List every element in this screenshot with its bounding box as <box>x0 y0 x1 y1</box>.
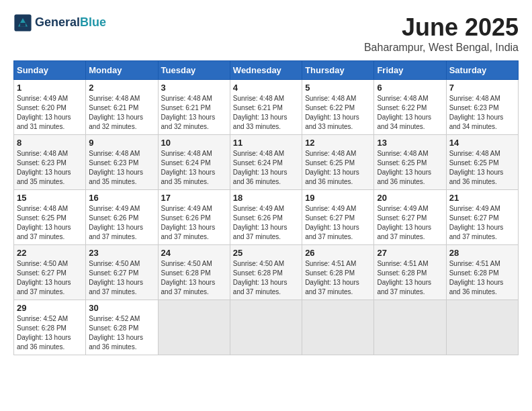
header-sunday: Sunday <box>14 61 86 80</box>
day-number: 26 <box>305 248 371 258</box>
day-number: 23 <box>89 248 154 258</box>
header-friday: Friday <box>374 61 446 80</box>
day-info: Sunrise: 4:51 AMSunset: 6:28 PMDaylight:… <box>449 260 504 295</box>
day-number: 17 <box>161 193 227 203</box>
day-cell: 20 Sunrise: 4:49 AMSunset: 6:27 PMDaylig… <box>374 190 446 245</box>
day-info: Sunrise: 4:48 AMSunset: 6:21 PMDaylight:… <box>161 95 216 130</box>
day-cell: 1 Sunrise: 4:49 AMSunset: 6:20 PMDayligh… <box>14 80 86 135</box>
day-number: 14 <box>449 138 515 148</box>
day-number: 8 <box>17 138 83 148</box>
day-number: 1 <box>17 83 83 93</box>
day-number: 5 <box>305 83 371 93</box>
day-number: 2 <box>89 83 154 93</box>
day-cell: 6 Sunrise: 4:48 AMSunset: 6:22 PMDayligh… <box>374 80 446 135</box>
day-number: 30 <box>89 303 154 313</box>
day-number: 9 <box>89 138 154 148</box>
week-row-2: 8 Sunrise: 4:48 AMSunset: 6:23 PMDayligh… <box>14 135 519 190</box>
day-info: Sunrise: 4:49 AMSunset: 6:26 PMDaylight:… <box>233 205 287 240</box>
day-cell: 10 Sunrise: 4:48 AMSunset: 6:24 PMDaylig… <box>158 135 230 190</box>
day-cell <box>230 300 302 355</box>
week-row-3: 15 Sunrise: 4:48 AMSunset: 6:25 PMDaylig… <box>14 190 519 245</box>
day-cell: 26 Sunrise: 4:51 AMSunset: 6:28 PMDaylig… <box>302 245 374 300</box>
day-number: 16 <box>89 193 154 203</box>
day-cell: 5 Sunrise: 4:48 AMSunset: 6:22 PMDayligh… <box>302 80 374 135</box>
day-info: Sunrise: 4:48 AMSunset: 6:23 PMDaylight:… <box>449 95 504 130</box>
day-number: 19 <box>305 193 371 203</box>
day-info: Sunrise: 4:48 AMSunset: 6:23 PMDaylight:… <box>89 150 143 185</box>
day-cell: 19 Sunrise: 4:49 AMSunset: 6:27 PMDaylig… <box>302 190 374 245</box>
day-info: Sunrise: 4:50 AMSunset: 6:27 PMDaylight:… <box>89 260 143 295</box>
day-cell: 2 Sunrise: 4:48 AMSunset: 6:21 PMDayligh… <box>86 80 158 135</box>
header-wednesday: Wednesday <box>230 61 302 80</box>
week-row-4: 22 Sunrise: 4:50 AMSunset: 6:27 PMDaylig… <box>14 245 519 300</box>
day-cell: 24 Sunrise: 4:50 AMSunset: 6:28 PMDaylig… <box>158 245 230 300</box>
day-info: Sunrise: 4:52 AMSunset: 6:28 PMDaylight:… <box>89 315 143 351</box>
day-info: Sunrise: 4:49 AMSunset: 6:27 PMDaylight:… <box>377 205 431 240</box>
day-cell: 4 Sunrise: 4:48 AMSunset: 6:21 PMDayligh… <box>230 80 302 135</box>
day-cell: 13 Sunrise: 4:48 AMSunset: 6:25 PMDaylig… <box>374 135 446 190</box>
day-cell: 8 Sunrise: 4:48 AMSunset: 6:23 PMDayligh… <box>14 135 86 190</box>
day-info: Sunrise: 4:49 AMSunset: 6:20 PMDaylight:… <box>17 95 71 130</box>
day-cell: 29 Sunrise: 4:52 AMSunset: 6:28 PMDaylig… <box>14 300 86 355</box>
day-cell: 16 Sunrise: 4:49 AMSunset: 6:26 PMDaylig… <box>86 190 158 245</box>
day-info: Sunrise: 4:48 AMSunset: 6:25 PMDaylight:… <box>377 150 431 185</box>
day-cell: 18 Sunrise: 4:49 AMSunset: 6:26 PMDaylig… <box>230 190 302 245</box>
day-cell: 22 Sunrise: 4:50 AMSunset: 6:27 PMDaylig… <box>14 245 86 300</box>
day-info: Sunrise: 4:48 AMSunset: 6:22 PMDaylight:… <box>305 95 359 130</box>
day-number: 25 <box>233 248 299 258</box>
day-number: 11 <box>233 138 299 148</box>
day-info: Sunrise: 4:48 AMSunset: 6:25 PMDaylight:… <box>17 205 71 240</box>
day-number: 12 <box>305 138 371 148</box>
day-cell: 25 Sunrise: 4:50 AMSunset: 6:28 PMDaylig… <box>230 245 302 300</box>
day-number: 20 <box>377 193 443 203</box>
day-cell: 17 Sunrise: 4:49 AMSunset: 6:26 PMDaylig… <box>158 190 230 245</box>
header-saturday: Saturday <box>446 61 518 80</box>
day-info: Sunrise: 4:48 AMSunset: 6:21 PMDaylight:… <box>89 95 143 130</box>
day-number: 6 <box>377 83 443 93</box>
day-info: Sunrise: 4:51 AMSunset: 6:28 PMDaylight:… <box>305 260 359 295</box>
logo: GeneralBlue <box>13 13 106 32</box>
day-number: 24 <box>161 248 227 258</box>
week-row-5: 29 Sunrise: 4:52 AMSunset: 6:28 PMDaylig… <box>14 300 519 355</box>
day-cell: 7 Sunrise: 4:48 AMSunset: 6:23 PMDayligh… <box>446 80 518 135</box>
day-info: Sunrise: 4:48 AMSunset: 6:22 PMDaylight:… <box>377 95 431 130</box>
day-info: Sunrise: 4:48 AMSunset: 6:24 PMDaylight:… <box>161 150 216 185</box>
day-cell: 21 Sunrise: 4:49 AMSunset: 6:27 PMDaylig… <box>446 190 518 245</box>
header-tuesday: Tuesday <box>158 61 230 80</box>
day-number: 22 <box>17 248 83 258</box>
day-info: Sunrise: 4:49 AMSunset: 6:27 PMDaylight:… <box>305 205 359 240</box>
day-number: 13 <box>377 138 443 148</box>
day-cell: 12 Sunrise: 4:48 AMSunset: 6:25 PMDaylig… <box>302 135 374 190</box>
day-cell: 23 Sunrise: 4:50 AMSunset: 6:27 PMDaylig… <box>86 245 158 300</box>
day-cell: 9 Sunrise: 4:48 AMSunset: 6:23 PMDayligh… <box>86 135 158 190</box>
day-number: 7 <box>449 83 515 93</box>
day-info: Sunrise: 4:48 AMSunset: 6:24 PMDaylight:… <box>233 150 287 185</box>
day-cell: 14 Sunrise: 4:48 AMSunset: 6:25 PMDaylig… <box>446 135 518 190</box>
day-info: Sunrise: 4:50 AMSunset: 6:28 PMDaylight:… <box>161 260 216 295</box>
day-cell: 27 Sunrise: 4:51 AMSunset: 6:28 PMDaylig… <box>374 245 446 300</box>
day-number: 27 <box>377 248 443 258</box>
day-cell <box>158 300 230 355</box>
day-cell: 28 Sunrise: 4:51 AMSunset: 6:28 PMDaylig… <box>446 245 518 300</box>
day-info: Sunrise: 4:50 AMSunset: 6:27 PMDaylight:… <box>17 260 71 295</box>
day-info: Sunrise: 4:52 AMSunset: 6:28 PMDaylight:… <box>17 315 71 351</box>
month-title: June 2025 <box>364 13 519 42</box>
day-cell <box>302 300 374 355</box>
day-number: 3 <box>161 83 227 93</box>
day-info: Sunrise: 4:50 AMSunset: 6:28 PMDaylight:… <box>233 260 287 295</box>
day-number: 21 <box>449 193 515 203</box>
calendar-table: SundayMondayTuesdayWednesdayThursdayFrid… <box>13 60 519 355</box>
day-cell: 15 Sunrise: 4:48 AMSunset: 6:25 PMDaylig… <box>14 190 86 245</box>
day-info: Sunrise: 4:49 AMSunset: 6:26 PMDaylight:… <box>89 205 143 240</box>
day-info: Sunrise: 4:51 AMSunset: 6:28 PMDaylight:… <box>377 260 431 295</box>
location-title: Baharampur, West Bengal, India <box>364 42 519 54</box>
day-cell <box>446 300 518 355</box>
day-number: 28 <box>449 248 515 258</box>
day-info: Sunrise: 4:49 AMSunset: 6:27 PMDaylight:… <box>449 205 504 240</box>
header-thursday: Thursday <box>302 61 374 80</box>
logo-text: GeneralBlue <box>35 16 106 30</box>
header-monday: Monday <box>86 61 158 80</box>
title-area: June 2025 Baharampur, West Bengal, India <box>364 13 519 54</box>
logo-icon <box>13 13 32 32</box>
day-cell: 30 Sunrise: 4:52 AMSunset: 6:28 PMDaylig… <box>86 300 158 355</box>
